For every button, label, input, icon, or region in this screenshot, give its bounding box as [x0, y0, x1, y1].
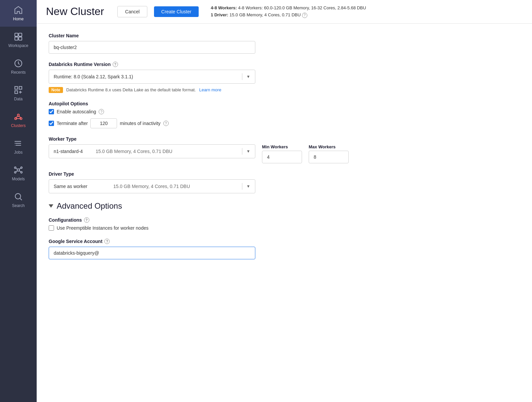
sidebar-item-data[interactable]: Data: [0, 80, 37, 107]
worker-type-specs: 15.0 GB Memory, 4 Cores, 0.71 DBU: [96, 149, 172, 154]
svg-rect-5: [15, 87, 18, 89]
learn-more-link[interactable]: Learn more: [199, 87, 221, 92]
gsa-label: Google Service Account ?: [49, 239, 325, 244]
svg-line-27: [19, 171, 21, 172]
inactivity-minutes-input[interactable]: [90, 118, 117, 128]
gsa-input[interactable]: [49, 247, 255, 259]
configurations-label: Configurations ?: [49, 217, 325, 223]
svg-line-25: [19, 168, 21, 169]
cluster-name-input[interactable]: [49, 41, 255, 54]
sidebar-item-clusters[interactable]: Clusters: [0, 107, 37, 133]
search-icon: [14, 192, 23, 201]
autopilot-label: Autopilot Options: [49, 101, 325, 106]
max-workers-input[interactable]: [309, 151, 349, 163]
driver-type-chevron-icon: ▼: [246, 184, 250, 189]
cluster-name-group: Cluster Name: [49, 33, 325, 54]
driver-type-value: Same as worker 15.0 GB Memory, 4 Cores, …: [54, 184, 238, 189]
runtime-help-icon[interactable]: ?: [113, 62, 118, 67]
select-divider2: [242, 148, 242, 155]
runtime-select[interactable]: Runtime: 8.0 (Scala 2.12, Spark 3.1.1) ▼: [49, 70, 255, 84]
create-cluster-button[interactable]: Create Cluster: [154, 6, 199, 17]
svg-line-26: [16, 171, 18, 172]
svg-rect-3: [19, 37, 22, 40]
runtime-chevron-icon: ▼: [246, 74, 250, 79]
driver-help-icon[interactable]: ?: [302, 13, 307, 18]
terminate-help-icon[interactable]: ?: [163, 121, 169, 126]
svg-point-21: [21, 167, 22, 169]
cancel-button[interactable]: Cancel: [117, 6, 147, 17]
page-title: New Cluster: [46, 5, 104, 18]
worker-type-group: Worker Type n1-standard-4 15.0 GB Memory…: [49, 136, 325, 163]
svg-point-18: [15, 143, 15, 144]
driver-type-select[interactable]: Same as worker 15.0 GB Memory, 4 Cores, …: [49, 179, 255, 193]
note-text: Databricks Runtime 8.x uses Delta Lake a…: [66, 87, 196, 92]
svg-point-28: [15, 194, 21, 199]
page-header: New Cluster Cancel Create Cluster 4-8 Wo…: [37, 0, 532, 24]
min-workers-group: Min Workers: [262, 144, 302, 163]
note-banner: Note Databricks Runtime 8.x uses Delta L…: [49, 87, 325, 93]
cluster-info: 4-8 Workers: 4-8 Workers: 60.0-120.0 GB …: [211, 5, 366, 19]
select-divider3: [242, 183, 242, 190]
autoscaling-help-icon[interactable]: ?: [99, 109, 104, 114]
autopilot-group: Autopilot Options Enable autoscaling ? T…: [49, 101, 325, 128]
gsa-group: Google Service Account ?: [49, 239, 325, 259]
configurations-help-icon[interactable]: ?: [84, 217, 89, 223]
worker-type-chevron-icon: ▼: [246, 149, 250, 154]
driver-type-label: Driver Type: [49, 171, 325, 177]
sidebar-item-home[interactable]: Home: [0, 0, 37, 27]
sidebar-item-models[interactable]: Models: [0, 160, 37, 187]
clusters-icon: [14, 112, 23, 121]
worker-type-value: n1-standard-4 15.0 GB Memory, 4 Cores, 0…: [54, 149, 238, 154]
svg-point-8: [17, 114, 19, 116]
worker-type-select[interactable]: n1-standard-4 15.0 GB Memory, 4 Cores, 0…: [49, 144, 255, 158]
advanced-options-group: Advanced Options Configurations ? Use Pr…: [49, 201, 325, 259]
svg-point-17: [15, 141, 15, 142]
sidebar-item-search[interactable]: Search: [0, 187, 37, 213]
svg-point-22: [14, 172, 16, 173]
data-icon: [14, 85, 23, 95]
svg-rect-0: [15, 33, 18, 36]
driver-type-group: Driver Type Same as worker 15.0 GB Memor…: [49, 171, 325, 193]
worker-row: n1-standard-4 15.0 GB Memory, 4 Cores, 0…: [49, 144, 325, 163]
min-workers-input[interactable]: [262, 151, 302, 163]
max-workers-group: Max Workers: [309, 144, 349, 163]
select-divider: [242, 73, 242, 80]
gsa-help-icon[interactable]: ?: [104, 239, 110, 244]
preemptible-row: Use Preemptible Instances for worker nod…: [49, 225, 325, 231]
driver-info-bold: 1 Driver:: [211, 12, 228, 17]
svg-rect-2: [15, 37, 18, 40]
form-area: Cluster Name Databricks Runtime Version …: [37, 24, 337, 277]
terminate-checkbox[interactable]: [49, 121, 54, 126]
recents-icon: [14, 59, 23, 68]
worker-type-select-wrapper: n1-standard-4 15.0 GB Memory, 4 Cores, 0…: [49, 144, 255, 158]
preemptible-label: Use Preemptible Instances for worker nod…: [57, 225, 148, 231]
sidebar-item-jobs[interactable]: Jobs: [0, 133, 37, 160]
workers-info-bold: 4-8 Workers:: [211, 5, 237, 10]
svg-line-24: [16, 168, 18, 169]
cluster-name-label: Cluster Name: [49, 33, 325, 38]
terminate-row: Terminate after minutes of inactivity ?: [49, 118, 325, 128]
runtime-version-group: Databricks Runtime Version ? Runtime: 8.…: [49, 62, 325, 93]
sidebar-item-workspace[interactable]: Workspace: [0, 27, 37, 53]
enable-autoscaling-label: Enable autoscaling: [57, 109, 96, 114]
main-content: New Cluster Cancel Create Cluster 4-8 Wo…: [37, 0, 532, 402]
max-workers-label: Max Workers: [309, 144, 349, 149]
home-icon: [14, 5, 23, 15]
svg-line-29: [20, 198, 22, 200]
sidebar-item-recents[interactable]: Recents: [0, 53, 37, 80]
svg-line-11: [16, 116, 18, 118]
workers-info-text: 4-8 Workers: 60.0-120.0 GB Memory, 16-32…: [238, 5, 366, 10]
jobs-icon: [14, 139, 23, 148]
configurations-group: Configurations ? Use Preemptible Instanc…: [49, 217, 325, 231]
svg-rect-7: [15, 91, 18, 93]
runtime-select-text: Runtime: 8.0 (Scala 2.12, Spark 3.1.1): [54, 74, 238, 79]
enable-autoscaling-checkbox[interactable]: [49, 109, 54, 114]
advanced-header[interactable]: Advanced Options: [49, 201, 325, 211]
terminate-suffix: minutes of inactivity: [120, 121, 160, 126]
min-workers-label: Min Workers: [262, 144, 302, 149]
svg-point-23: [21, 172, 22, 173]
svg-point-20: [14, 167, 16, 169]
worker-type-label: Worker Type: [49, 136, 325, 142]
svg-rect-1: [19, 33, 22, 36]
preemptible-checkbox[interactable]: [49, 225, 54, 231]
